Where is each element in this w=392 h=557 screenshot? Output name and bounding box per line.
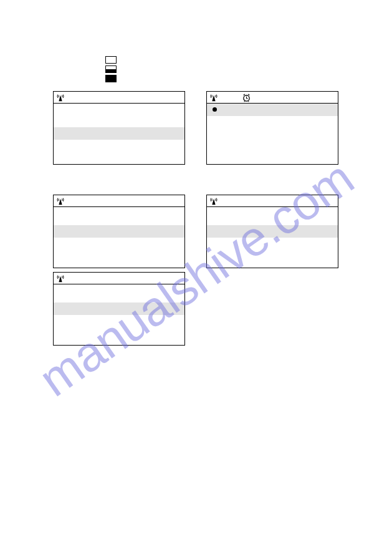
antenna-icon <box>56 196 65 205</box>
antenna-icon <box>56 93 65 102</box>
highlighted-row <box>54 303 184 315</box>
legend <box>105 56 367 82</box>
legend-item <box>105 65 367 73</box>
display-panel <box>206 91 338 165</box>
panel-row <box>53 91 367 165</box>
document-page <box>53 56 367 375</box>
panel-header <box>54 273 184 284</box>
highlighted-row <box>207 104 338 116</box>
antenna-icon <box>56 274 65 283</box>
panel-header <box>54 195 184 207</box>
display-panel <box>53 91 185 165</box>
panel-header <box>207 92 338 104</box>
legend-item <box>105 56 367 64</box>
legend-item <box>105 75 367 82</box>
display-panel <box>53 272 185 346</box>
legend-box-white <box>105 56 117 64</box>
antenna-icon <box>209 93 218 102</box>
antenna-icon <box>209 196 218 205</box>
selection-dot-icon <box>213 107 217 112</box>
panel-row <box>53 272 367 346</box>
legend-box-black <box>105 75 117 82</box>
highlighted-row <box>54 127 184 140</box>
panel-header <box>54 92 184 104</box>
display-panel <box>53 195 185 268</box>
legend-box-half <box>105 65 117 73</box>
highlighted-row <box>207 225 338 238</box>
panel-row <box>53 195 367 268</box>
clock-icon <box>242 93 251 102</box>
display-panel <box>206 195 338 268</box>
highlighted-row <box>54 225 184 238</box>
panel-header <box>207 195 338 207</box>
